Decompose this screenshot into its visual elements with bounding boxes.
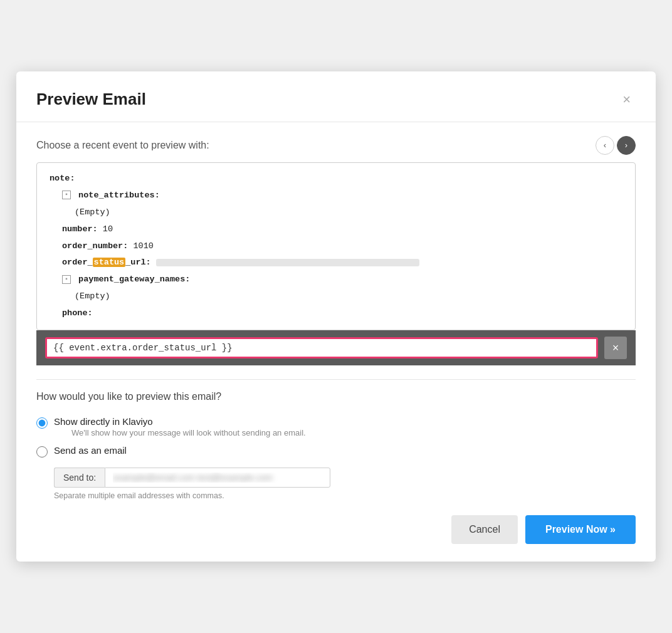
send-to-label: Send to: — [54, 468, 105, 488]
preview-now-button[interactable]: Preview Now » — [525, 515, 636, 544]
modal-body: Choose a recent event to preview with: ‹… — [16, 122, 656, 500]
send-to-row: Send to: — [54, 468, 636, 488]
choose-label-row: Choose a recent event to preview with: ‹… — [36, 136, 636, 155]
choose-label-text: Choose a recent event to preview with: — [36, 140, 209, 151]
modal-footer: Cancel Preview Now » — [16, 500, 656, 562]
modal-header: Preview Email × — [16, 71, 656, 122]
event-line-note: note: — [50, 170, 622, 187]
event-line-order-number: order_number: 1010 — [50, 238, 622, 255]
search-input[interactable] — [53, 343, 590, 353]
collapse-icon-note-attr[interactable]: ▪ — [62, 191, 71, 199]
send-to-hint: Separate multiple email addresses with c… — [54, 491, 636, 500]
close-button[interactable]: × — [617, 89, 636, 110]
search-input-wrapper — [45, 337, 598, 358]
search-close-button[interactable]: × — [604, 337, 627, 359]
event-line-phone: phone: — [50, 305, 622, 322]
nav-prev-button[interactable]: ‹ — [596, 136, 614, 155]
collapse-icon-payment[interactable]: ▪ — [62, 275, 71, 284]
note-attributes-key: note_attributes: — [78, 191, 160, 200]
search-bar-container: × — [36, 330, 636, 365]
order-status-url-key: order_status_url: — [62, 258, 151, 267]
radio-email-label-group: Send as an email — [54, 445, 127, 456]
event-line-payment-gateway: ▪ payment_gateway_names: — [50, 271, 622, 288]
event-line-note-attributes: ▪ note_attributes: — [50, 187, 622, 204]
event-preview-box: note: ▪ note_attributes: (Empty) number:… — [36, 162, 636, 330]
order-number-value: 1010 — [133, 241, 153, 251]
event-line-payment-gateway-value: (Empty) — [50, 288, 622, 305]
number-key: number: — [62, 224, 98, 234]
phone-key: phone: — [62, 308, 93, 318]
section-divider — [36, 379, 636, 380]
event-line-note-attributes-value: (Empty) — [50, 204, 622, 221]
modal-title: Preview Email — [36, 90, 146, 109]
nav-arrows: ‹ › — [596, 136, 636, 155]
payment-gateway-key: payment_gateway_names: — [78, 275, 190, 284]
nav-next-button[interactable]: › — [617, 136, 636, 155]
event-line-order-status-url: order_status_url: — [50, 254, 622, 271]
radio-option-klaviyo: Show directly in Klaviyo We'll show how … — [36, 412, 636, 441]
number-value: 10 — [103, 224, 113, 234]
radio-klaviyo[interactable] — [36, 417, 48, 429]
status-highlight: status — [93, 258, 126, 267]
payment-gateway-value: (Empty) — [75, 291, 110, 301]
radio-klaviyo-label-group: Show directly in Klaviyo We'll show how … — [54, 416, 306, 437]
radio-klaviyo-label: Show directly in Klaviyo — [54, 416, 306, 427]
cancel-button[interactable]: Cancel — [451, 515, 518, 544]
radio-klaviyo-sub: We'll show how your message will look wi… — [71, 428, 306, 437]
blurred-url-value — [156, 259, 419, 266]
event-line-number: number: 10 — [50, 221, 622, 238]
preview-question: How would you like to preview this email… — [36, 391, 636, 402]
preview-email-modal: Preview Email × Choose a recent event to… — [16, 71, 656, 562]
note-attributes-value: (Empty) — [75, 207, 110, 217]
order-number-key: order_number: — [62, 241, 128, 251]
order-status-url-value — [156, 258, 419, 267]
radio-group: Show directly in Klaviyo We'll show how … — [36, 412, 636, 500]
radio-email-label: Send as an email — [54, 445, 127, 456]
radio-email[interactable] — [36, 446, 48, 458]
radio-option-email: Send as an email — [36, 441, 636, 461]
note-key: note: — [50, 174, 75, 183]
send-to-input[interactable] — [105, 468, 330, 488]
